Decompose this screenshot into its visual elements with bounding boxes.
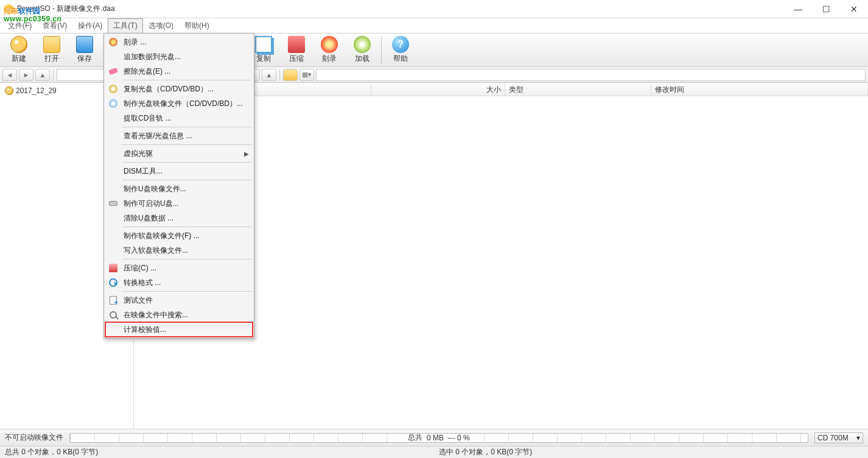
window-title: PowerISO - 新建映像文件.daa (17, 4, 784, 14)
bootable-label: 不可启动映像文件 (5, 432, 63, 443)
menu-virtual-drive[interactable]: 虚拟光驱▶ (105, 146, 253, 161)
test-file-icon (110, 296, 117, 305)
menu-erase-disc[interactable]: 擦除光盘(E) ... (105, 64, 253, 79)
toolbar-open[interactable]: 打开 (35, 34, 68, 66)
disc-image-icon (109, 99, 117, 108)
toolbar-mount[interactable]: 加载 (346, 34, 379, 66)
close-button[interactable]: ✕ (840, 0, 868, 18)
disc-copy-icon (109, 85, 117, 93)
disc-new-icon (10, 36, 27, 53)
tree-root-label: 2017_12_29 (16, 86, 57, 95)
nav-up[interactable]: ▲ (35, 69, 50, 81)
menu-search-in-image[interactable]: 在映像文件中搜索... (105, 308, 253, 322)
app-icon (4, 4, 13, 14)
menu-action[interactable]: 操作(A) (72, 18, 108, 33)
col-modified[interactable]: 修改时间 (651, 83, 868, 96)
eraser-icon (108, 68, 118, 75)
status-bar: 总共 0 个对象，0 KB(0 字节) 选中 0 个对象，0 KB(0 字节) (0, 446, 868, 458)
search-icon (110, 311, 117, 319)
toolbar-save[interactable]: 保存 (68, 34, 101, 66)
save-icon (76, 36, 93, 53)
folder-picker-icon[interactable] (283, 69, 298, 81)
tools-dropdown: 刻录 ... 追加数据到光盘... 擦除光盘(E) ... 复制光盘（CD/DV… (103, 33, 254, 339)
menu-convert[interactable]: 转换格式 ... (105, 275, 253, 290)
menubar: 文件(F) 查看(V) 操作(A) 工具(T) 选项(O) 帮助(H) (0, 18, 868, 33)
minimize-button[interactable]: — (784, 0, 812, 18)
col-size[interactable]: 大小 (371, 83, 505, 96)
status-left: 总共 0 个对象，0 KB(0 字节) (0, 447, 103, 457)
menu-burn[interactable]: 刻录 ... (105, 35, 253, 49)
nav-forward[interactable]: ► (19, 69, 33, 81)
toolbar-new[interactable]: 新建 (2, 34, 35, 66)
nav-back[interactable]: ◄ (2, 69, 17, 81)
menu-bootable-usb[interactable]: 制作可启动U盘... (105, 196, 253, 211)
burn-icon (109, 38, 117, 46)
menu-help[interactable]: 帮助(H) (179, 18, 215, 33)
menu-copy-disc[interactable]: 复制光盘（CD/DVD/BD）... (105, 82, 253, 96)
help-icon (392, 36, 409, 53)
capacity-text: 总共 0 MB --- 0 % (408, 434, 469, 442)
menu-make-image[interactable]: 制作光盘映像文件（CD/DVD/BD）... (105, 96, 253, 111)
menu-make-usb-image[interactable]: 制作U盘映像文件... (105, 181, 253, 196)
menu-checksum[interactable]: 计算校验值... (105, 322, 253, 337)
chevron-down-icon: ▾ (856, 434, 860, 442)
capacity-bar: 不可启动映像文件 总共 0 MB --- 0 % CD 700M▾ (0, 429, 868, 446)
col-type[interactable]: 类型 (505, 83, 651, 96)
menu-view[interactable]: 查看(V) (37, 18, 72, 33)
convert-icon (109, 278, 117, 287)
view-mode-button[interactable]: ▦▾ (299, 69, 314, 81)
nav-up-2[interactable]: ▲ (262, 69, 276, 81)
menu-clean-usb[interactable]: 清除U盘数据 ... (105, 211, 253, 225)
menu-write-floppy-image[interactable]: 写入软盘映像文件... (105, 243, 253, 258)
burn-icon (321, 36, 338, 53)
menu-tools[interactable]: 工具(T) (108, 18, 142, 33)
menu-test-file[interactable]: 测试文件 (105, 293, 253, 308)
menu-drive-info[interactable]: 查看光驱/光盘信息 ... (105, 129, 253, 143)
menu-rip-audio[interactable]: 提取CD音轨 ... (105, 111, 253, 125)
menu-append-data[interactable]: 追加数据到光盘... (105, 49, 253, 64)
menu-make-floppy-image[interactable]: 制作软盘映像文件(F) ... (105, 228, 253, 243)
media-type-combo[interactable]: CD 700M▾ (814, 432, 863, 443)
capacity-meter: 总共 0 MB --- 0 % (69, 433, 808, 443)
toolbar-compress[interactable]: 压缩 (280, 34, 313, 66)
disc-icon (5, 86, 13, 95)
toolbar-separator (381, 37, 382, 63)
status-right: 选中 0 个对象，0 KB(0 字节) (434, 447, 537, 457)
mount-icon (354, 36, 371, 53)
toolbar-help[interactable]: 帮助 (384, 34, 417, 66)
compress-icon (109, 264, 117, 272)
usb-icon (109, 201, 117, 206)
copy-icon (255, 36, 272, 53)
folder-open-icon (43, 36, 60, 53)
toolbar-burn[interactable]: 刻录 (313, 34, 346, 66)
menu-compress[interactable]: 压缩(C) ... (105, 261, 253, 275)
menu-dism[interactable]: DISM工具... (105, 164, 253, 178)
menu-options[interactable]: 选项(O) (143, 18, 179, 33)
menu-file[interactable]: 文件(F) (2, 18, 37, 33)
compress-icon (288, 36, 305, 53)
maximize-button[interactable]: ☐ (812, 0, 840, 18)
submenu-arrow-icon: ▶ (244, 150, 249, 157)
path-right[interactable] (316, 69, 866, 81)
titlebar: PowerISO - 新建映像文件.daa — ☐ ✕ (0, 0, 868, 18)
